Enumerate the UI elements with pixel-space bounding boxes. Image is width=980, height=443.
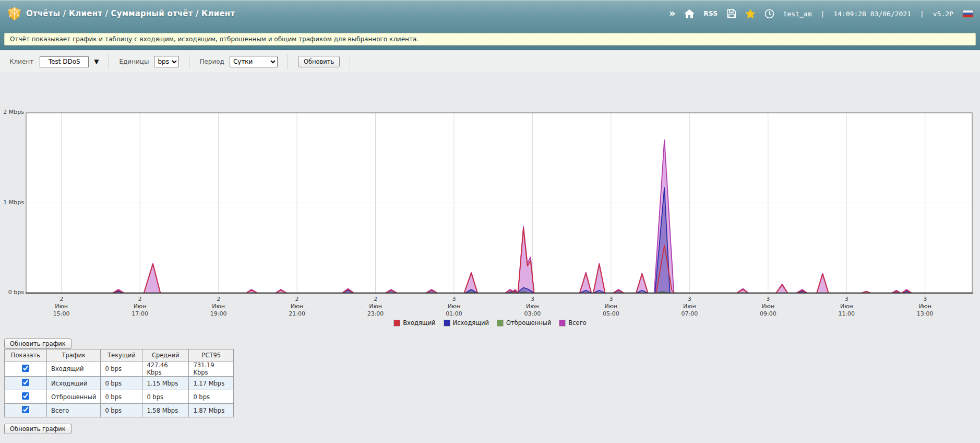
header-toolbar: » RSS test_am |: [669, 0, 974, 27]
column-header-show: Показать: [5, 349, 47, 362]
cell-average: 0 bps: [142, 390, 189, 404]
legend-item-total: Всего: [559, 319, 586, 327]
dropdown-arrow-icon[interactable]: ▼: [94, 59, 99, 65]
chart-legend: ВходящийИсходящийОтброшенныйВсего: [0, 319, 980, 327]
rss-link[interactable]: RSS: [703, 10, 718, 17]
separator: |: [820, 10, 824, 18]
units-select[interactable]: bps: [154, 56, 179, 67]
legend-swatch-icon: [497, 320, 504, 327]
legend-swatch-icon: [393, 320, 400, 327]
x-axis-tick: 3Июн09:00: [747, 296, 789, 318]
x-axis-tick: 3Июн11:00: [826, 296, 867, 318]
x-axis-tick: 2Июн23:00: [355, 296, 397, 318]
x-axis-labels: 2Июн15:002Июн17:002Июн19:002Июн21:002Июн…: [0, 296, 980, 319]
legend-label: Входящий: [403, 319, 435, 327]
cell-average: 427.46 Kbps: [142, 362, 189, 377]
legend-label: Всего: [568, 319, 586, 327]
divider: [109, 54, 109, 69]
row-visibility-checkbox[interactable]: [22, 379, 29, 386]
table-header-row: Показать Трафик Текущий Средний PCT95: [5, 349, 234, 362]
column-header-traffic: Трафик: [47, 349, 101, 362]
cell-traffic: Исходящий: [47, 377, 101, 390]
username-link[interactable]: test_am: [783, 10, 812, 18]
row-visibility-checkbox[interactable]: [22, 406, 29, 413]
title-row: Отчёты / Клиент / Суммарный отчёт / Клие…: [0, 0, 980, 27]
info-bar: Отчёт показывает график и таблицу с вход…: [4, 33, 976, 45]
cell-average: 1.15 Mbps: [142, 377, 189, 390]
legend-swatch-icon: [444, 320, 450, 327]
row-visibility-checkbox[interactable]: [22, 392, 29, 400]
header-band: Отчёты / Клиент / Суммарный отчёт / Клие…: [0, 0, 980, 50]
traffic-chart: [0, 112, 980, 294]
cell-traffic: Входящий: [47, 362, 101, 377]
refresh-graph-button-top[interactable]: Обновить график: [4, 339, 71, 349]
cell-current: 0 bps: [101, 390, 142, 404]
divider: [350, 54, 350, 69]
table-row: Входящий0 bps427.46 Kbps731.19 Kbps: [5, 362, 234, 377]
cell-current: 0 bps: [101, 377, 142, 390]
legend-item-incoming: Входящий: [393, 319, 435, 327]
x-axis-tick: 2Июн15:00: [41, 296, 82, 318]
x-axis-tick: 3Июн07:00: [668, 296, 710, 318]
refresh-graph-button-bottom[interactable]: Обновить график: [4, 424, 71, 434]
cell-current: 0 bps: [101, 404, 142, 417]
cell-show: [5, 377, 47, 390]
y-axis-label: 1 Mbps: [0, 199, 24, 206]
cell-show: [5, 390, 47, 404]
version-text: v5.2P: [933, 10, 953, 18]
cell-pct95: 0 bps: [189, 390, 234, 404]
cell-traffic: Всего: [47, 404, 101, 417]
divider: [189, 54, 189, 69]
x-axis-tick: 2Июн21:00: [276, 296, 318, 318]
datetime-text: 14:09:28 03/06/2021: [833, 10, 911, 18]
client-dropdown[interactable]: Test DDoS: [40, 56, 89, 67]
divider: [288, 54, 288, 69]
x-axis-tick: 3Июн01:00: [433, 296, 475, 318]
units-label: Единицы: [119, 58, 149, 65]
legend-item-dropped: Отброшенный: [497, 319, 551, 327]
table-row: Всего0 bps1.58 Mbps1.87 Mbps: [5, 404, 234, 417]
y-axis-label: 2 Mbps: [0, 109, 24, 115]
legend-label: Отброшенный: [506, 319, 551, 327]
cell-current: 0 bps: [101, 362, 142, 377]
app-logo-shield-icon: [7, 7, 21, 21]
period-select[interactable]: Сутки: [230, 56, 278, 67]
x-axis-tick: 3Июн05:00: [590, 296, 632, 318]
x-axis-tick: 3Июн03:00: [511, 296, 553, 318]
locale-flag-icon[interactable]: [962, 10, 974, 18]
breadcrumb-title: Отчёты / Клиент / Суммарный отчёт / Клие…: [26, 9, 235, 18]
traffic-table: Показать Трафик Текущий Средний PCT95 Вх…: [4, 349, 234, 417]
filter-bar: Клиент Test DDoS ▼ Единицы bps Период Су…: [0, 51, 980, 73]
x-axis-tick: 2Июн19:00: [198, 296, 240, 318]
column-header-pct95: PCT95: [189, 349, 234, 362]
row-visibility-checkbox[interactable]: [22, 365, 29, 372]
save-floppy-icon[interactable]: [727, 9, 736, 18]
expand-chevrons-icon[interactable]: »: [669, 8, 675, 19]
cell-show: [5, 362, 47, 377]
legend-item-outgoing: Исходящий: [444, 319, 489, 327]
column-header-average: Средний: [142, 349, 189, 362]
period-label: Период: [199, 58, 224, 65]
cell-average: 1.58 Mbps: [142, 404, 189, 417]
separator: |: [920, 10, 924, 18]
history-clock-icon[interactable]: [764, 9, 774, 19]
table-row: Отброшенный0 bps0 bps0 bps: [5, 390, 234, 404]
client-label: Клиент: [9, 58, 33, 65]
home-icon[interactable]: [684, 9, 695, 18]
refresh-button[interactable]: Обновить: [298, 56, 340, 67]
table-row: Исходящий0 bps1.15 Mbps1.17 Mbps: [5, 377, 234, 390]
y-axis-label: 0 bps: [0, 289, 24, 296]
cell-pct95: 1.87 Mbps: [189, 404, 234, 417]
x-axis-tick: 2Июн17:00: [119, 296, 161, 318]
cell-traffic: Отброшенный: [47, 390, 101, 404]
column-header-current: Текущий: [101, 349, 142, 362]
legend-swatch-icon: [559, 320, 566, 327]
legend-label: Исходящий: [453, 319, 489, 327]
x-axis-tick: 3Июн13:00: [904, 296, 946, 318]
cell-show: [5, 404, 47, 417]
cell-pct95: 731.19 Kbps: [189, 362, 234, 377]
cell-pct95: 1.17 Mbps: [189, 377, 234, 390]
favorite-star-icon[interactable]: [745, 9, 756, 19]
